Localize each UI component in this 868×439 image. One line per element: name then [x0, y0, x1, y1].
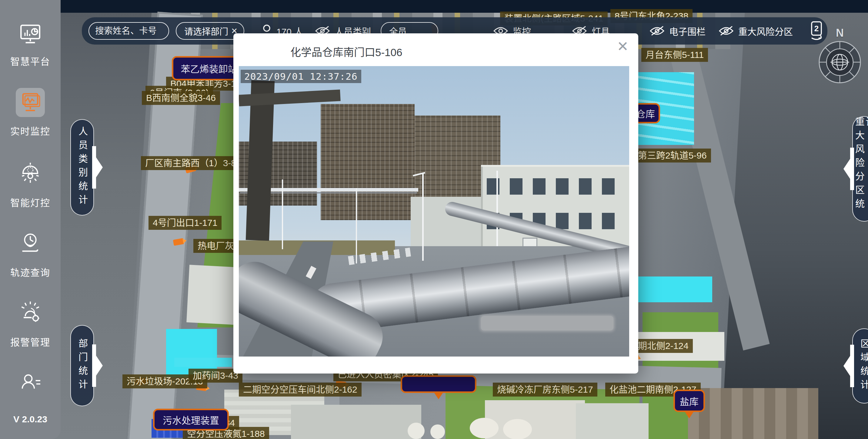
close-icon[interactable]: ✕	[617, 39, 628, 53]
toggle-e-fence[interactable]: 电子围栏	[669, 24, 706, 37]
modal-title: 化学品仓库南门口5-106	[290, 43, 402, 59]
tab-major-risk-zone-stats[interactable]: 重大风险分区统计	[852, 116, 868, 222]
platform-logo-icon	[17, 21, 44, 47]
video-timestamp: 2023/09/01 12:37:26	[241, 70, 361, 83]
video-lamp-post	[422, 173, 424, 260]
tab-person-category-stats[interactable]: 人员类别统计	[70, 119, 94, 215]
map-building	[291, 405, 421, 439]
expand-left-arrow-icon[interactable]	[844, 345, 854, 387]
map-camera-label[interactable]: 二期空分空压车间北侧2-162	[239, 383, 362, 397]
map-tank	[408, 422, 425, 439]
tab-label: 人员类别统计	[77, 126, 87, 208]
search-input-pill[interactable]	[89, 22, 169, 40]
video-lamp-post	[282, 179, 283, 249]
tab-area-stats[interactable]: 区域统计	[852, 328, 868, 404]
expand-right-arrow-icon[interactable]	[92, 146, 102, 188]
map-camera-label[interactable]: 月台东侧5-111	[641, 48, 708, 62]
compass-control[interactable]: N	[817, 27, 863, 86]
sidebar-item-label[interactable]: 智能灯控	[0, 195, 61, 209]
eye-slash-icon[interactable]	[718, 26, 734, 36]
callout-pointer-icon	[434, 392, 443, 399]
video-lamp-post	[356, 188, 357, 263]
sidebar-item-label[interactable]: 轨迹查询	[0, 265, 61, 279]
tab-label: 重大风险分区统计	[854, 117, 868, 221]
tab-department-stats[interactable]: 部门统计	[70, 325, 94, 406]
map-area-callout[interactable]: 盐库	[674, 389, 705, 412]
sidebar-item-label[interactable]: 实时监控	[0, 124, 61, 137]
callout-pointer-icon	[684, 411, 694, 418]
app-version: V 2.0.23	[0, 414, 61, 425]
eye-slash-icon[interactable]	[649, 26, 665, 36]
compass-dial-icon[interactable]	[817, 39, 863, 85]
map-building	[485, 400, 585, 439]
smart-lighting-icon[interactable]	[17, 160, 44, 187]
map-camera-label[interactable]: 烧碱冷冻厂房东侧5-217	[493, 383, 597, 397]
map-pool	[174, 358, 232, 367]
map-tank	[430, 425, 445, 439]
video-building-windows	[487, 178, 623, 195]
map-area-callout[interactable]: 污水处理装置	[153, 409, 229, 431]
map-building-salt-warehouse	[688, 388, 818, 439]
map-camera-label[interactable]: 4号门出口1-171	[149, 216, 221, 230]
map-camera-label[interactable]: B西南侧全貌3-46	[142, 91, 220, 105]
camera-modal: 化学品仓库南门口5-106 ✕	[234, 33, 638, 374]
realtime-monitor-icon[interactable]	[17, 89, 44, 116]
map-pool	[638, 276, 712, 302]
map-area-callout[interactable]	[401, 375, 476, 393]
trajectory-query-icon[interactable]	[17, 230, 44, 257]
tab-label: 区域统计	[859, 339, 868, 393]
video-watermark-blur	[481, 316, 614, 330]
map-camera-label[interactable]: 厂区南主路西（1）3-85	[141, 156, 246, 170]
compass-north-label: N	[817, 27, 863, 39]
search-input[interactable]	[89, 26, 168, 36]
platform-logo-label: 智慧平台	[0, 54, 61, 68]
toggle-major-risk-zone[interactable]: 重大风险分区	[738, 24, 793, 37]
map-building	[576, 403, 649, 439]
tab-label: 部门统计	[77, 338, 87, 393]
department-select-value: 请选择部门	[176, 25, 231, 37]
camera-video-frame: 2023/09/01 12:37:26	[239, 66, 629, 356]
alarm-management-icon[interactable]	[17, 299, 44, 326]
expand-right-arrow-icon[interactable]	[92, 344, 102, 387]
sidebar: 智慧平台 实时监控 智能灯控 轨迹查询	[0, 0, 61, 439]
expand-left-arrow-icon[interactable]	[844, 148, 854, 190]
map-sky-strip	[61, 0, 868, 13]
video-structure	[321, 104, 414, 220]
map-tank	[503, 419, 532, 439]
sidebar-item-label[interactable]: 报警管理	[0, 335, 61, 348]
map-tank	[470, 418, 499, 438]
personnel-list-icon[interactable]	[17, 369, 44, 396]
video-lamp-post	[496, 171, 498, 246]
